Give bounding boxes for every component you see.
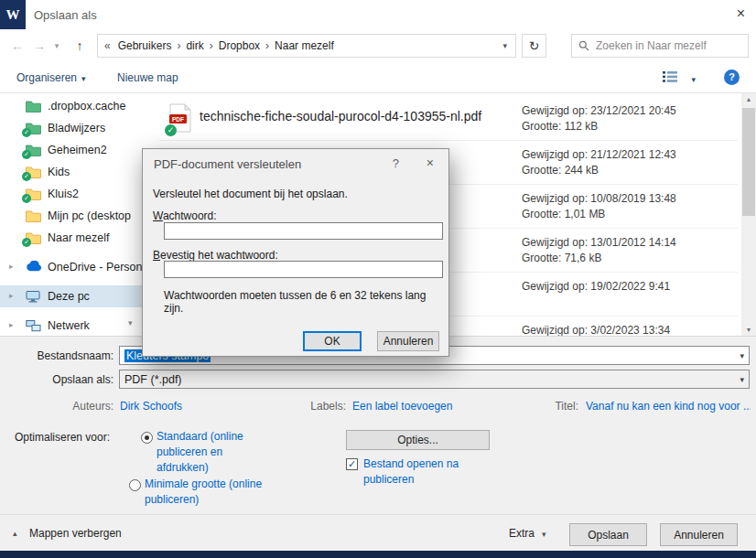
folder-icon: [26, 209, 42, 222]
scrollbar-thumb[interactable]: [742, 108, 755, 216]
sidebar-item-label: OneDrive - Person: [48, 261, 143, 274]
radio-optimize-minimal[interactable]: [129, 479, 141, 491]
file-name: technische-fiche-soudal-purocol-d4-10395…: [200, 109, 481, 123]
open-after-label[interactable]: Bestand openen na publiceren: [363, 456, 477, 488]
file-size: Grootte: 71,6 kB: [522, 251, 676, 266]
cancel-button[interactable]: Annuleren: [660, 523, 738, 546]
title-value[interactable]: Vanaf nu kan een kind nog voor ...: [586, 400, 751, 413]
chevron-down-icon: ▾: [81, 74, 86, 83]
sidebar-item[interactable]: ✓Kluis2: [0, 183, 156, 205]
file-row[interactable]: PDF✓technische-fiche-soudal-purocol-d4-1…: [159, 97, 738, 141]
search-placeholder: Zoeken in Naar mezelf: [596, 39, 707, 52]
breadcrumb-items: Gebruikers›dirk›Dropbox›Naar mezelf: [113, 39, 339, 52]
password-field[interactable]: [164, 222, 443, 240]
sidebar-item-label: Kluis2: [48, 188, 79, 200]
optimize-label: Optimaliseren voor:: [15, 431, 110, 444]
sync-check-icon: ✓: [22, 150, 31, 159]
breadcrumb-item[interactable]: Gebruikers: [113, 39, 177, 52]
modal-close-icon[interactable]: ×: [427, 156, 434, 170]
modal-body-text: Versleutel het document bij het opslaan.: [153, 188, 348, 200]
folder-icon: ✓: [26, 166, 42, 178]
file-size: Grootte: 1,01 MB: [522, 207, 676, 222]
folder-icon: ✓: [26, 231, 42, 244]
word-app-icon: W: [0, 0, 26, 29]
file-metadata: Gewijzigd op: 13/01/2012 14:14Grootte: 7…: [522, 235, 676, 266]
radio-standard-label[interactable]: Standaard (online publiceren en afdrukke…: [157, 429, 265, 476]
screen: W Opslaan als × ← → ▾ ↑ « Gebruikers›dir…: [0, 0, 756, 558]
radio-optimize-standard[interactable]: [141, 432, 153, 444]
sidebar-item[interactable]: Mijn pc (desktop: [0, 205, 156, 227]
radio-minimal-label[interactable]: Minimale grootte (online publiceren): [145, 477, 267, 508]
title-label: Titel:: [509, 400, 578, 413]
expand-chevron-icon[interactable]: ▸: [9, 320, 14, 329]
tree-scroll-down-icon[interactable]: ▾: [128, 318, 133, 327]
file-modified: Gewijzigd op: 10/08/2019 13:48: [522, 191, 676, 207]
new-folder-button[interactable]: Nieuwe map: [117, 71, 178, 84]
scroll-up-icon[interactable]: ▴: [741, 93, 756, 106]
modal-title: PDF-document versleutelen: [154, 157, 301, 171]
breadcrumb-item[interactable]: Naar mezelf: [270, 39, 339, 52]
network-icon: [26, 319, 42, 332]
hide-folders-button[interactable]: ▴ Mappen verbergen: [15, 527, 122, 540]
breadcrumb[interactable]: « Gebruikers›dirk›Dropbox›Naar mezelf ▾: [97, 34, 516, 58]
chevron-down-icon[interactable]: ▾: [502, 41, 512, 50]
refresh-icon[interactable]: ↻: [522, 34, 546, 58]
password-label: Wachtwoord:: [153, 209, 217, 222]
breadcrumb-item[interactable]: Dropbox: [214, 39, 265, 52]
save-as-dialog: W Opslaan als × ← → ▾ ↑ « Gebruikers›dir…: [0, 0, 756, 551]
expand-chevron-icon[interactable]: ▸: [9, 262, 14, 271]
confirm-password-field[interactable]: [164, 261, 443, 278]
sync-check-icon: ✓: [22, 128, 31, 137]
tools-dropdown[interactable]: Extra▾: [509, 527, 546, 540]
chevron-down-icon: ▾: [542, 530, 546, 539]
sidebar-item[interactable]: ✓Naar mezelf: [0, 227, 156, 249]
window-title: Opslaan als: [34, 8, 97, 22]
scroll-down-icon[interactable]: ▾: [741, 324, 756, 337]
sidebar-item[interactable]: ▸Deze pc: [0, 285, 156, 307]
chevron-down-icon[interactable]: ▾: [740, 375, 744, 384]
filetype-select[interactable]: PDF (*.pdf) ▾: [119, 370, 750, 389]
sidebar-item-label: Naar mezelf: [48, 231, 109, 244]
help-icon[interactable]: ?: [724, 70, 740, 85]
search-input[interactable]: Zoeken in Naar mezelf: [571, 34, 749, 58]
history-chevron-icon[interactable]: ▾: [51, 36, 62, 56]
open-after-checkbox[interactable]: [346, 458, 358, 470]
file-modified: Gewijzigd op: 3/02/2023 13:34: [522, 323, 670, 337]
sidebar-item[interactable]: .dropbox.cache: [0, 95, 156, 117]
sidebar-item[interactable]: ▸OneDrive - Person: [0, 256, 156, 278]
authors-value[interactable]: Dirk Schoofs: [120, 400, 182, 413]
ok-button[interactable]: OK: [303, 331, 362, 351]
options-button[interactable]: Opties...: [346, 430, 490, 450]
file-modified: Gewijzigd op: 13/01/2012 14:14: [522, 235, 676, 251]
organize-button[interactable]: Organiseren▾: [16, 71, 86, 84]
close-icon[interactable]: ×: [737, 5, 745, 22]
sidebar-item[interactable]: ✓Geheimen2: [0, 139, 156, 161]
folder-green-icon: [26, 100, 42, 113]
chevron-down-icon: ▾: [691, 75, 696, 84]
file-list-scrollbar[interactable]: ▴ ▾: [741, 93, 756, 337]
modal-help-icon[interactable]: ?: [393, 156, 399, 170]
sidebar-item[interactable]: ✓Kids: [0, 161, 156, 183]
sync-check-icon: ✓: [22, 238, 31, 247]
filetype-label: Opslaan als:: [0, 373, 113, 386]
tags-value[interactable]: Een label toevoegen: [352, 400, 452, 413]
view-options-button[interactable]: ▾: [663, 70, 696, 87]
expand-chevron-icon[interactable]: ▸: [9, 291, 14, 300]
save-button[interactable]: Opslaan: [569, 523, 647, 546]
confirm-password-label: Bevestig het wachtwoord:: [153, 249, 278, 262]
back-icon[interactable]: ←: [7, 36, 27, 56]
file-metadata: Gewijzigd op: 23/12/2021 20:45Grootte: 1…: [522, 103, 676, 134]
search-icon: [578, 40, 589, 51]
filename-label: Bestandsnaam:: [0, 349, 113, 362]
chevron-down-icon[interactable]: ▾: [740, 351, 744, 360]
sidebar-item[interactable]: ✓Bladwijzers: [0, 117, 156, 139]
command-bar: Organiseren▾ Nieuwe map ▾ ?: [0, 62, 756, 93]
sidebar-item-label: .dropbox.cache: [48, 100, 125, 113]
dialog-footer: ▴ Mappen verbergen Extra▾ Opslaan Annule…: [0, 514, 756, 551]
forward-icon[interactable]: →: [29, 36, 49, 56]
file-metadata: Gewijzigd op: 3/02/2023 13:34: [522, 323, 670, 337]
up-icon[interactable]: ↑: [70, 36, 90, 56]
breadcrumb-item[interactable]: dirk: [181, 39, 208, 52]
cloud-icon: [26, 261, 42, 274]
modal-cancel-button[interactable]: Annuleren: [377, 331, 439, 351]
